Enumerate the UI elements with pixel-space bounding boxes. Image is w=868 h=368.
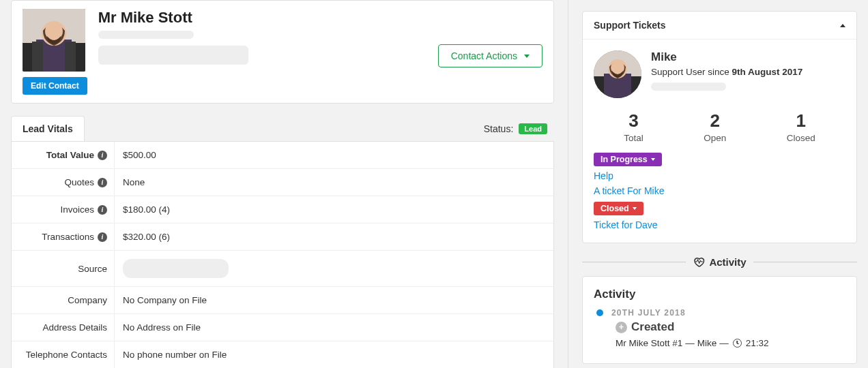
clock-icon — [733, 339, 742, 348]
transactions-label: Transactionsi — [12, 224, 114, 250]
support-user-avatar — [594, 50, 641, 98]
svg-rect-5 — [32, 42, 43, 72]
timeline-meta: Mr Mike Stott #1 — Mike — 21:32 — [616, 338, 845, 348]
source-value — [114, 251, 553, 286]
plus-circle-icon: + — [616, 322, 627, 333]
support-panel-title: Support Tickets — [594, 20, 666, 31]
company-value: No Company on File — [114, 287, 553, 313]
info-icon[interactable]: i — [98, 151, 107, 160]
chevron-down-icon — [524, 55, 530, 58]
in-progress-filter[interactable]: In Progress — [594, 153, 662, 166]
company-label: Company — [12, 287, 114, 313]
tabs-row: Lead Vitals Status: Lead — [11, 116, 554, 141]
info-icon[interactable]: i — [98, 178, 107, 187]
ticket-link[interactable]: Help — [594, 170, 845, 181]
address-value: No Address on File — [114, 314, 553, 341]
stat-closed-label: Closed — [787, 133, 815, 143]
timeline-event: + Created — [616, 320, 845, 334]
phone-label: Telephone Contacts — [12, 341, 114, 368]
placeholder-subtitle — [98, 31, 194, 39]
support-user-name: Mike — [651, 50, 845, 64]
chevron-down-icon — [633, 207, 637, 210]
placeholder-field — [98, 46, 248, 65]
svg-rect-6 — [65, 42, 76, 72]
source-placeholder — [123, 259, 229, 278]
activity-divider: Activity — [582, 256, 857, 268]
address-label: Address Details — [12, 314, 114, 341]
phone-value: No phone number on File — [114, 341, 553, 368]
activity-panel: Activity 20TH JULY 2018 + Created Mr Mik… — [582, 276, 857, 364]
contact-avatar — [23, 9, 85, 72]
contact-header-card: Edit Contact Mr Mike Stott Contact Actio… — [11, 0, 554, 104]
invoices-label: Invoicesi — [12, 196, 114, 223]
heartbeat-icon — [693, 256, 705, 268]
contact-name: Mr Mike Stott — [98, 9, 427, 27]
support-tickets-panel: Support Tickets Mike Support User since … — [582, 11, 857, 243]
ticket-stats: 3Total 2Open 1Closed — [594, 110, 845, 143]
vitals-table: Total Valuei $500.00 Quotesi None Invoic… — [11, 141, 554, 368]
timeline-dot-icon — [596, 309, 603, 316]
timeline-date: 20TH JULY 2018 — [611, 308, 845, 318]
contact-actions-button[interactable]: Contact Actions — [438, 44, 542, 67]
chevron-up-icon — [840, 24, 845, 27]
status-badge: Lead — [519, 123, 547, 134]
contact-actions-label: Contact Actions — [451, 50, 517, 61]
invoices-value: $180.00 (4) — [114, 196, 553, 223]
ticket-link[interactable]: A ticket For Mike — [594, 185, 845, 196]
closed-filter[interactable]: Closed — [594, 202, 643, 215]
chevron-down-icon — [651, 158, 655, 161]
total-value: $500.00 — [114, 142, 553, 168]
source-label: Source — [12, 251, 114, 286]
support-user-since: Support User since 9th August 2017 — [651, 67, 845, 77]
stat-open-num: 2 — [704, 110, 726, 132]
support-panel-header[interactable]: Support Tickets — [583, 12, 856, 40]
total-value-label: Total Valuei — [12, 142, 114, 168]
stat-total-label: Total — [624, 133, 643, 143]
quotes-value: None — [114, 169, 553, 196]
quotes-label: Quotesi — [12, 169, 114, 196]
status-label: Status: — [484, 123, 514, 134]
placeholder-support — [651, 82, 726, 91]
edit-contact-button[interactable]: Edit Contact — [23, 77, 87, 95]
activity-panel-title: Activity — [594, 288, 845, 301]
stat-open-label: Open — [704, 133, 726, 143]
stat-total-num: 3 — [624, 110, 643, 132]
info-icon[interactable]: i — [98, 205, 107, 215]
ticket-link[interactable]: Ticket for Dave — [594, 219, 845, 230]
transactions-value: $320.00 (6) — [114, 224, 553, 250]
stat-closed-num: 1 — [787, 110, 815, 132]
activity-divider-label: Activity — [709, 256, 746, 268]
info-icon[interactable]: i — [98, 232, 107, 242]
tab-lead-vitals[interactable]: Lead Vitals — [11, 116, 85, 141]
